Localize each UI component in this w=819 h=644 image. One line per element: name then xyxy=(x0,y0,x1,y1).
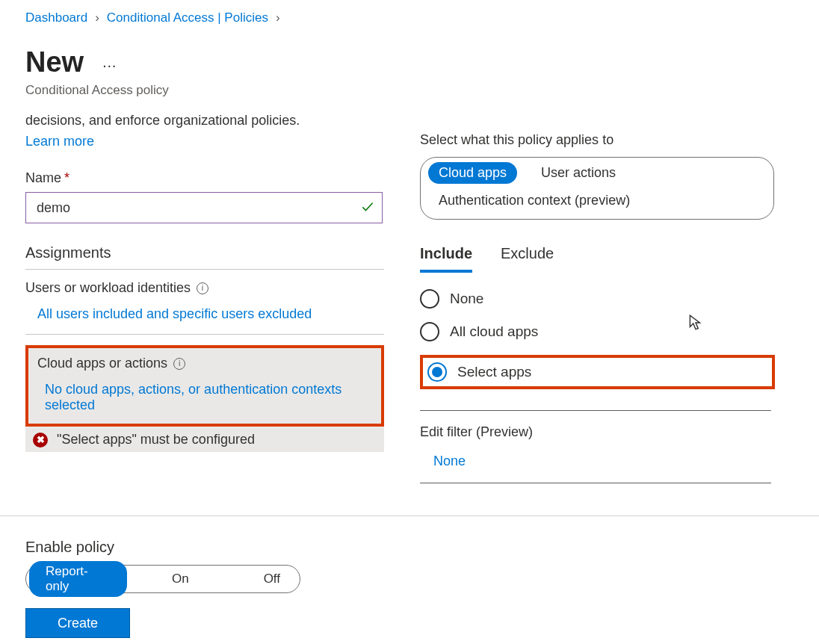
users-row[interactable]: Users or workload identities i xyxy=(25,280,384,296)
radio-none[interactable]: None xyxy=(420,289,775,309)
cloud-apps-value: No cloud apps, actions, or authenticatio… xyxy=(45,382,372,413)
intro-text: decisions, and enforce organizational po… xyxy=(25,111,384,129)
pill-cloud-apps[interactable]: Cloud apps xyxy=(428,162,517,184)
breadcrumb: Dashboard › Conditional Access | Policie… xyxy=(25,10,794,25)
chevron-right-icon: › xyxy=(95,10,99,25)
cursor-icon xyxy=(687,314,704,334)
error-text: "Select apps" must be configured xyxy=(57,432,255,448)
cloud-apps-label: Cloud apps or actions xyxy=(37,356,167,371)
divider xyxy=(25,334,384,335)
pill-auth-context[interactable]: Authentication context (preview) xyxy=(428,190,640,211)
toggle-off[interactable]: Off xyxy=(247,569,297,589)
radio-select-apps[interactable]: Select apps xyxy=(427,362,531,382)
divider xyxy=(0,515,819,516)
radio-select-label: Select apps xyxy=(457,364,531,380)
name-field-label: Name* xyxy=(25,170,384,186)
users-label: Users or workload identities xyxy=(25,280,191,296)
chevron-right-icon: › xyxy=(276,10,280,25)
page-subtitle: Conditional Access policy xyxy=(25,83,794,98)
applies-to-label: Select what this policy applies to xyxy=(420,132,775,148)
edit-filter-value-link[interactable]: None xyxy=(433,453,775,469)
breadcrumb-dashboard[interactable]: Dashboard xyxy=(25,10,87,25)
enable-policy-toggle: Report-only On Off xyxy=(25,565,300,593)
validation-error: ✖ "Select apps" must be configured xyxy=(25,427,384,452)
info-icon[interactable]: i xyxy=(173,358,185,370)
tab-include[interactable]: Include xyxy=(420,245,472,273)
error-icon: ✖ xyxy=(33,433,48,448)
include-exclude-tabs: Include Exclude xyxy=(420,245,775,273)
radio-all-label: All cloud apps xyxy=(450,323,538,340)
users-value-link[interactable]: All users included and specific users ex… xyxy=(37,306,384,322)
learn-more-link[interactable]: Learn more xyxy=(25,134,384,149)
enable-policy-label: Enable policy xyxy=(25,539,794,556)
more-actions-icon[interactable]: … xyxy=(102,54,118,71)
create-button[interactable]: Create xyxy=(25,608,130,638)
assignments-section-title: Assignments xyxy=(25,244,384,270)
page-title: New xyxy=(25,46,84,78)
required-asterisk: * xyxy=(64,170,69,185)
radio-none-label: None xyxy=(450,291,483,307)
cloud-apps-row[interactable]: Cloud apps or actions i No cloud apps, a… xyxy=(25,345,384,427)
radio-all-cloud-apps[interactable]: All cloud apps xyxy=(420,322,775,341)
edit-filter-label: Edit filter (Preview) xyxy=(420,424,775,440)
info-icon[interactable]: i xyxy=(197,282,208,294)
checkmark-icon xyxy=(360,199,375,217)
tab-exclude[interactable]: Exclude xyxy=(501,245,554,273)
pill-user-actions[interactable]: User actions xyxy=(531,162,626,184)
breadcrumb-conditional-access[interactable]: Conditional Access | Policies xyxy=(107,10,268,25)
divider xyxy=(420,410,771,411)
toggle-on[interactable]: On xyxy=(155,569,205,589)
toggle-report-only[interactable]: Report-only xyxy=(29,561,127,597)
divider xyxy=(420,483,771,483)
name-input[interactable] xyxy=(25,192,383,223)
applies-to-selector: Cloud apps User actions Authentication c… xyxy=(420,157,774,220)
